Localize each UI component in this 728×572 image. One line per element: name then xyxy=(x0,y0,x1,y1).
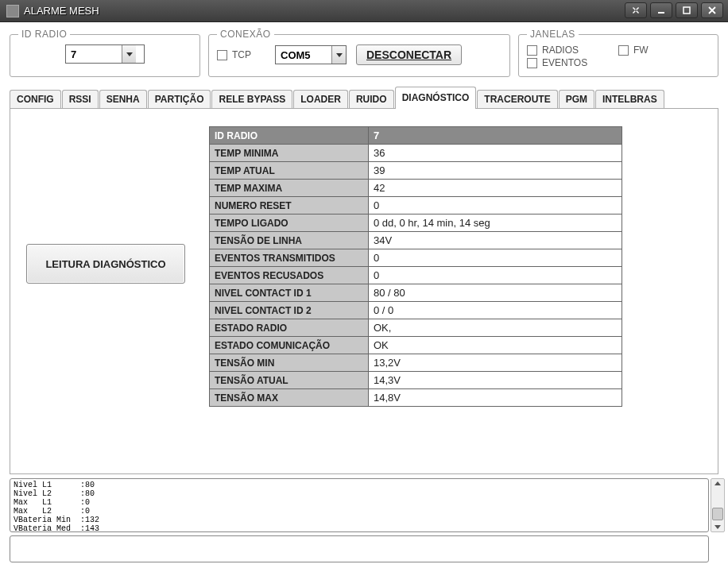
table-row: NUMERO RESET0 xyxy=(210,197,622,214)
tab-pgm[interactable]: PGM xyxy=(559,90,594,108)
diag-value: 39 xyxy=(369,162,622,180)
diag-key: TEMP ATUAL xyxy=(210,162,369,180)
diag-key: TENSÃO DE LINHA xyxy=(210,232,369,249)
diag-value: 34V xyxy=(369,232,622,249)
eventos-label: EVENTOS xyxy=(542,57,587,68)
table-row: TENSÃO MAX14,8V xyxy=(210,389,622,407)
diag-value: 0 / 0 xyxy=(369,302,622,319)
id-radio-combo[interactable]: 7 xyxy=(65,44,145,64)
window-title: ALARME MESH xyxy=(24,5,99,17)
tab-intelbras[interactable]: INTELBRAS xyxy=(595,90,664,108)
group-id-radio: ID RADIO 7 xyxy=(10,29,200,77)
table-row: ESTADO RADIOOK, xyxy=(210,319,622,337)
tab-rele-bypass[interactable]: RELE BYPASS xyxy=(211,90,292,108)
diag-key: NIVEL CONTACT ID 1 xyxy=(210,284,369,302)
window-buttons xyxy=(625,2,723,18)
tab-parti-o[interactable]: PARTIÇÃO xyxy=(148,90,211,108)
table-row: NIVEL CONTACT ID 180 / 80 xyxy=(210,284,622,302)
log-output[interactable]: Nivel L1 :80 Nivel L2 :80 Max L1 :0 Max … xyxy=(10,478,709,532)
table-row: EVENTOS TRANSMITIDOS0 xyxy=(210,249,622,267)
window-help-button[interactable] xyxy=(625,2,647,18)
diag-value: OK, xyxy=(369,319,622,337)
diag-key: ESTADO RADIO xyxy=(210,319,369,337)
eventos-checkbox[interactable]: EVENTOS xyxy=(527,57,604,68)
diag-key: TEMPO LIGADO xyxy=(210,214,369,232)
table-row: EVENTOS RECUSADOS0 xyxy=(210,267,622,284)
diag-key: ESTADO COMUNICAÇÃO xyxy=(210,337,369,354)
tab-diagn-stico[interactable]: DIAGNÓSTICO xyxy=(395,87,477,108)
app-icon xyxy=(6,5,19,17)
diag-key: TENSÃO MIN xyxy=(210,354,369,372)
diag-value: 14,3V xyxy=(369,372,622,389)
svg-rect-1 xyxy=(683,7,690,14)
diag-key: EVENTOS RECUSADOS xyxy=(210,267,369,284)
minimize-button[interactable] xyxy=(650,2,672,18)
tab-loader[interactable]: LOADER xyxy=(293,90,348,108)
radios-checkbox[interactable]: RADIOS xyxy=(527,44,604,56)
com-port-combo[interactable]: COM5 xyxy=(275,45,347,64)
group-janelas: JANELAS RADIOS FW EVENTOS xyxy=(518,29,718,77)
table-row: TEMP MAXIMA42 xyxy=(210,180,622,197)
chevron-down-icon[interactable] xyxy=(331,46,346,64)
read-diagnostic-button[interactable]: LEITURA DIAGNÓSTICO xyxy=(26,244,185,284)
diag-value: 14,8V xyxy=(369,389,622,407)
diag-value: 13,2V xyxy=(369,354,622,372)
diag-value: 42 xyxy=(369,180,622,197)
diag-value: 0 xyxy=(369,267,622,284)
svg-rect-0 xyxy=(658,12,664,14)
diag-value: 36 xyxy=(369,145,622,162)
id-radio-value: 7 xyxy=(66,48,122,60)
log-scrollbar[interactable] xyxy=(711,478,725,532)
radios-label: RADIOS xyxy=(542,44,579,56)
scroll-up-icon[interactable] xyxy=(714,481,721,485)
diag-key: EVENTOS TRANSMITIDOS xyxy=(210,249,369,267)
diag-value: 7 xyxy=(369,127,622,145)
diag-key: TENSÃO MAX xyxy=(210,389,369,407)
diag-key: NUMERO RESET xyxy=(210,197,369,214)
table-row: TEMPO LIGADO0 dd, 0 hr, 14 min, 14 seg xyxy=(210,214,622,232)
table-row: ID RADIO7 xyxy=(210,127,622,145)
tab-config[interactable]: CONFIG xyxy=(10,90,61,108)
tab-rssi[interactable]: RSSI xyxy=(62,90,99,108)
chevron-down-icon[interactable] xyxy=(122,45,136,63)
checkbox-icon xyxy=(527,45,537,56)
table-row: TEMP MINIMA36 xyxy=(210,145,622,162)
tab-strip: CONFIGRSSISENHAPARTIÇÃORELE BYPASSLOADER… xyxy=(10,87,718,109)
table-row: NIVEL CONTACT ID 20 / 0 xyxy=(210,302,622,319)
group-id-radio-legend: ID RADIO xyxy=(18,29,70,40)
tcp-checkbox[interactable]: TCP xyxy=(217,49,251,60)
table-row: TENSÃO DE LINHA34V xyxy=(210,232,622,249)
close-button[interactable] xyxy=(701,2,723,18)
titlebar: ALARME MESH xyxy=(0,0,728,22)
table-row: TENSÃO MIN13,2V xyxy=(210,354,622,372)
tab-ruido[interactable]: RUIDO xyxy=(349,90,394,108)
table-row: ESTADO COMUNICAÇÃOOK xyxy=(210,337,622,354)
diag-value: 0 dd, 0 hr, 14 min, 14 seg xyxy=(369,214,622,232)
tab-traceroute[interactable]: TRACEROUTE xyxy=(477,90,557,108)
diag-value: 0 xyxy=(369,197,622,214)
diag-value: 80 / 80 xyxy=(369,284,622,302)
diag-key: TENSÃO ATUAL xyxy=(210,372,369,389)
checkbox-icon xyxy=(527,58,537,68)
diag-value: 0 xyxy=(369,249,622,267)
tcp-label: TCP xyxy=(232,49,251,60)
fw-checkbox[interactable]: FW xyxy=(618,44,695,56)
group-conexao: CONEXÃO TCP COM5 DESCONECTAR xyxy=(208,29,510,77)
diag-key: ID RADIO xyxy=(210,127,369,145)
checkbox-icon xyxy=(618,45,629,56)
diag-key: TEMP MINIMA xyxy=(210,145,369,162)
tab-senha[interactable]: SENHA xyxy=(99,90,147,108)
command-input[interactable] xyxy=(10,535,709,562)
scroll-thumb[interactable] xyxy=(712,508,723,520)
fw-label: FW xyxy=(633,44,649,56)
top-row: ID RADIO 7 CONEXÃO TCP COM5 DESCONECT xyxy=(10,29,718,77)
log-wrap: Nivel L1 :80 Nivel L2 :80 Max L1 :0 Max … xyxy=(10,478,709,562)
maximize-button[interactable] xyxy=(676,2,698,18)
client-area: ID RADIO 7 CONEXÃO TCP COM5 DESCONECT xyxy=(0,22,728,572)
table-row: TENSÃO ATUAL14,3V xyxy=(210,372,622,389)
scroll-down-icon[interactable] xyxy=(714,525,721,529)
group-janelas-legend: JANELAS xyxy=(527,29,579,40)
diag-value: OK xyxy=(369,337,622,354)
diag-key: TEMP MAXIMA xyxy=(210,180,369,197)
disconnect-button[interactable]: DESCONECTAR xyxy=(356,44,462,65)
